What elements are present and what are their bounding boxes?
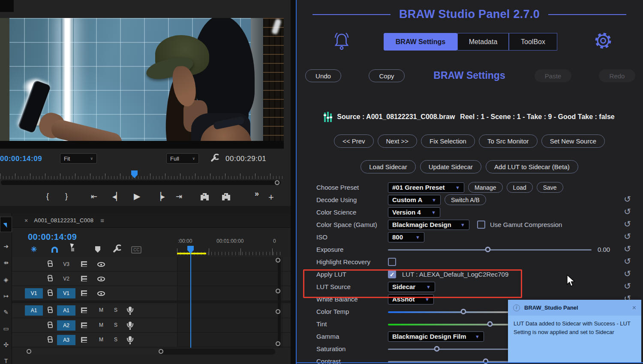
fix-selection-button[interactable]: Fix Selection — [421, 134, 475, 148]
add-button[interactable]: + — [268, 192, 274, 203]
tab-braw-settings[interactable]: BRAW Settings — [384, 33, 457, 51]
solo-button[interactable]: S — [114, 337, 117, 343]
lock-icon[interactable] — [48, 292, 53, 296]
panel-divider[interactable] — [291, 0, 296, 364]
preset-dropdown[interactable]: #01 Green Preset▼ — [388, 182, 464, 193]
slider-handle[interactable] — [460, 309, 466, 314]
scroll-handle[interactable] — [276, 341, 280, 346]
zoom-handle-left[interactable] — [27, 349, 31, 354]
switch-ab-button[interactable]: Switch A/B — [445, 194, 486, 205]
track-lane[interactable]: fx — [177, 303, 283, 318]
go-to-in-button[interactable]: ⇤ — [91, 192, 97, 201]
reset-icon[interactable]: ↺ — [624, 207, 631, 216]
apply-lut-checkbox[interactable] — [388, 270, 396, 278]
captions-cc-icon[interactable]: CC — [131, 246, 141, 254]
add-lut-sidecar-button[interactable]: Add LUT to Sidecar (Beta) — [486, 160, 578, 173]
lock-icon[interactable] — [48, 277, 53, 281]
decode-dropdown[interactable]: Custom A▼ — [388, 195, 441, 205]
insert-button[interactable] — [201, 195, 209, 200]
paste-button[interactable]: Paste — [535, 69, 571, 82]
monitor-settings-wrench-icon[interactable] — [210, 156, 216, 162]
mark-out-button[interactable]: } — [65, 192, 68, 201]
snap-magnet-icon[interactable] — [51, 247, 58, 253]
timeline-horizontal-scrollbar[interactable] — [26, 349, 275, 355]
mute-button[interactable]: M — [99, 337, 103, 343]
white-balance-dropdown[interactable]: AsShot▼ — [388, 294, 434, 304]
play-button[interactable]: ▶ — [134, 191, 140, 201]
redo-button[interactable]: Redo — [599, 69, 635, 82]
track-output-eye-icon[interactable] — [97, 262, 105, 267]
sync-lock-icon[interactable] — [81, 322, 87, 328]
track-select-a2[interactable]: A2 — [57, 320, 75, 331]
gamut-compression-checkbox[interactable] — [477, 221, 485, 229]
timeline-settings-wrench-icon[interactable] — [113, 247, 118, 253]
sync-lock-icon[interactable] — [81, 337, 87, 343]
track-select-tool[interactable]: ➔ — [0, 240, 12, 253]
to-src-monitor-button[interactable]: To Src Monitor — [479, 134, 538, 148]
mute-button[interactable]: M — [99, 307, 103, 313]
lock-icon[interactable] — [48, 324, 53, 328]
reset-icon[interactable]: ↺ — [624, 269, 631, 278]
reset-icon[interactable]: ↺ — [624, 195, 631, 203]
tab-toolbox[interactable]: ToolBox — [509, 33, 557, 51]
scroll-handle[interactable] — [276, 309, 280, 314]
solo-button[interactable]: S — [114, 322, 117, 328]
zoom-level-select[interactable]: Fit∨ — [60, 153, 97, 164]
panel-menu-icon[interactable]: ≡ — [100, 217, 104, 224]
reset-icon[interactable]: ↺ — [624, 220, 631, 228]
source-patch-a1[interactable]: A1 — [25, 305, 43, 316]
selection-tool[interactable] — [0, 217, 12, 232]
close-icon[interactable]: × — [632, 304, 636, 312]
reset-icon[interactable]: ↺ — [624, 245, 631, 253]
gamma-dropdown[interactable]: Blackmagic Design Film▼ — [388, 331, 484, 342]
track-lane[interactable] — [177, 257, 283, 271]
mute-button[interactable]: M — [99, 322, 103, 328]
lock-icon[interactable] — [48, 263, 53, 267]
reset-icon[interactable]: ↺ — [624, 257, 631, 266]
sync-lock-icon[interactable] — [81, 261, 87, 267]
voiceover-mic-icon[interactable] — [129, 336, 132, 341]
slider-handle[interactable] — [487, 321, 493, 327]
track-select-a3[interactable]: A3 — [57, 335, 75, 345]
solo-button[interactable]: S — [114, 307, 117, 313]
marker-icon[interactable] — [95, 246, 100, 253]
track-select-v1[interactable]: V1 — [57, 288, 75, 298]
mark-in-button[interactable]: { — [46, 192, 49, 201]
tab-metadata[interactable]: Metadata — [457, 33, 509, 51]
scroll-handle[interactable] — [276, 258, 280, 263]
slip-tool[interactable]: ↦ — [0, 289, 12, 302]
playback-quality-select[interactable]: Full∨ — [166, 153, 199, 164]
voiceover-mic-icon[interactable] — [129, 307, 132, 311]
overwrite-button[interactable] — [222, 195, 230, 200]
update-sidecar-button[interactable]: Update Sidecar — [420, 160, 481, 173]
track-output-eye-icon[interactable] — [97, 291, 105, 296]
monitor-time-ruler[interactable] — [0, 170, 284, 179]
save-button[interactable]: Save — [537, 182, 563, 193]
set-new-source-button[interactable]: Set New Source — [541, 134, 605, 148]
scroll-handle[interactable] — [276, 289, 280, 293]
hand-tool[interactable]: ✣ — [0, 338, 12, 351]
type-tool[interactable]: T — [0, 355, 12, 364]
iso-dropdown[interactable]: 800▼ — [388, 232, 424, 242]
sequence-tab[interactable]: × A001_08122231_C008 ≡ — [12, 213, 291, 228]
pen-tool[interactable]: ✎ — [0, 306, 12, 319]
highlight-recovery-checkbox[interactable] — [388, 258, 396, 266]
timeline-ruler[interactable]: :00:00 00:01:00:00 0 — [177, 231, 283, 255]
gear-settings-icon[interactable] — [592, 30, 614, 51]
overflow-menu-button[interactable]: » — [255, 189, 259, 198]
scrollbar-range[interactable] — [26, 349, 163, 355]
slider-handle[interactable] — [485, 247, 490, 252]
track-select-v2[interactable]: V2 — [57, 274, 75, 284]
slider-handle[interactable] — [434, 346, 440, 352]
track-output-eye-icon[interactable] — [97, 277, 105, 281]
track-lane[interactable] — [177, 272, 283, 286]
notifications-bell-icon[interactable] — [333, 31, 351, 51]
track-lane[interactable] — [177, 318, 283, 332]
go-to-out-button[interactable]: ⇥ — [176, 192, 182, 201]
next-button[interactable]: Next >> — [378, 134, 418, 148]
reset-icon[interactable]: ↺ — [624, 282, 631, 290]
track-lane[interactable]: fx — [177, 286, 283, 301]
sync-lock-icon[interactable] — [81, 276, 87, 281]
prev-button[interactable]: << Prev — [334, 134, 374, 148]
nest-toggle-icon[interactable]: ✳ — [31, 245, 37, 254]
